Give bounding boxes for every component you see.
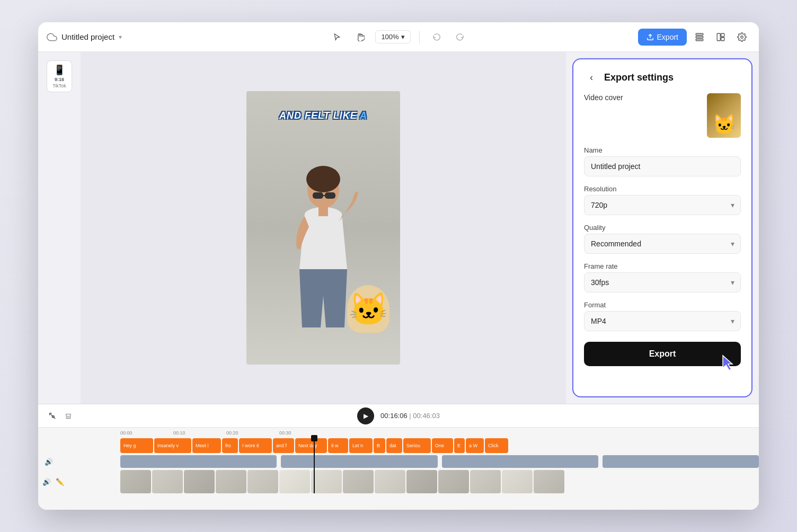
subtitle-track: Hey g insanely v Meet i fro I wore it an… xyxy=(120,438,759,453)
platform-label: TikTok xyxy=(52,83,66,88)
subtitle-chip-7[interactable]: it w xyxy=(328,438,348,453)
layers-button[interactable] xyxy=(691,29,708,46)
tracks-container: 🔊 🔊 ✏️ Hey g insanely v Meet i fro I wor… xyxy=(38,438,759,493)
toolbar-divider xyxy=(419,31,420,43)
video-frame-14 xyxy=(534,470,564,493)
video-frame-4 xyxy=(216,470,246,493)
resolution-field-label: Resolution xyxy=(584,185,741,193)
video-frame-3 xyxy=(184,470,215,493)
format-select[interactable]: MP4 MOV AVI WebM xyxy=(584,311,741,331)
svg-rect-1 xyxy=(696,36,703,38)
redo-button[interactable] xyxy=(451,29,468,46)
audio-icon: 🔊 xyxy=(45,458,53,466)
hand-tool-button[interactable] xyxy=(352,29,369,46)
video-frame-11 xyxy=(438,470,469,493)
quality-select[interactable]: Low Medium Recommended High xyxy=(584,234,741,254)
svg-rect-3 xyxy=(717,33,720,41)
subtitle-chip-2[interactable]: Meet i xyxy=(192,438,221,453)
settings-button[interactable] xyxy=(733,29,750,46)
ruler-mark-30: 00:30 xyxy=(279,430,332,436)
audio-block-1 xyxy=(120,455,277,468)
play-button[interactable]: ▶ xyxy=(357,407,374,424)
zoom-selector[interactable]: 100% ▾ xyxy=(375,30,410,43)
aspect-ratio-label: 9:16 xyxy=(55,77,64,82)
frame-rate-select-wrap: 24fps 25fps 30fps 60fps ▾ xyxy=(584,272,741,292)
video-cover-section: Video cover 🐱 xyxy=(584,93,741,138)
text-overlay: AND FELT LIKE A xyxy=(279,110,367,121)
frame-rate-select[interactable]: 24fps 25fps 30fps 60fps xyxy=(584,272,741,292)
panel-title: Export settings xyxy=(604,72,674,83)
video-frame-10 xyxy=(406,470,437,493)
timeline-ruler: 00:00 00:10 00:20 00:30 xyxy=(38,428,759,438)
subtitle-chip-10[interactable]: dat xyxy=(386,438,402,453)
subtitle-chip-5[interactable]: and f xyxy=(273,438,294,453)
quality-select-wrap: Low Medium Recommended High ▾ xyxy=(584,234,741,254)
current-time: 00:16:06 | 00:46:03 xyxy=(380,412,440,420)
subtitle-chip-9[interactable]: B xyxy=(374,438,385,453)
delete-button[interactable] xyxy=(63,410,74,422)
project-chevron-icon[interactable]: ▾ xyxy=(119,33,122,41)
svg-rect-9 xyxy=(318,206,328,216)
quality-field-group: Quality Low Medium Recommended High ▾ xyxy=(584,224,741,254)
canvas-thumbnail[interactable]: 📱 9:16 TikTok xyxy=(47,60,72,92)
video-frame-6 xyxy=(279,470,310,493)
highlight-text: A xyxy=(360,110,367,121)
subtitle-chip-12[interactable]: One xyxy=(432,438,453,453)
back-button[interactable]: ‹ xyxy=(584,70,599,85)
subtitle-chip-1[interactable]: insanely v xyxy=(154,438,191,453)
audio2-icon: 🔊 xyxy=(42,478,51,486)
svg-rect-4 xyxy=(721,33,724,37)
undo-button[interactable] xyxy=(428,29,445,46)
resolution-select[interactable]: 360p 480p 720p 1080p 4K xyxy=(584,195,741,215)
video-cover-label: Video cover xyxy=(584,93,623,102)
subtitle-chip-3[interactable]: fro xyxy=(222,438,238,453)
export-settings-panel: ‹ Export settings Video cover 🐱 Name Res… xyxy=(572,58,752,397)
phone-icon: 📱 xyxy=(54,64,65,76)
top-bar: Untitled project ▾ 100% ▾ xyxy=(38,22,759,52)
quality-field-label: Quality xyxy=(584,224,741,232)
current-time-value: 00:16:06 xyxy=(380,412,408,420)
subtitle-chip-15[interactable]: Click xyxy=(485,438,508,453)
resolution-field-group: Resolution 360p 480p 720p 1080p 4K ▾ xyxy=(584,185,741,215)
format-field-label: Format xyxy=(584,301,741,309)
subtitle-chip-4[interactable]: I wore it xyxy=(239,438,272,453)
subtitle-chip-11[interactable]: Seriou xyxy=(403,438,431,453)
audio-block-2 xyxy=(281,455,437,468)
video-frame-12 xyxy=(470,470,501,493)
export-button[interactable]: Export xyxy=(638,29,687,46)
subtitle-chip-0[interactable]: Hey g xyxy=(120,438,153,453)
svg-rect-11 xyxy=(325,192,335,199)
top-bar-center: 100% ▾ xyxy=(329,29,468,46)
top-bar-left: Untitled project ▾ xyxy=(47,32,329,42)
cursor-arrow-icon xyxy=(721,354,736,371)
main-content: 📱 9:16 TikTok AND FELT LIKE A xyxy=(38,52,759,404)
name-field-label: Name xyxy=(584,146,741,154)
frame-rate-field-group: Frame rate 24fps 25fps 30fps 60fps ▾ xyxy=(584,262,741,292)
bottom-timeline-area: ▶ 00:16:06 | 00:46:03 00:00 00:10 00:20 … xyxy=(38,404,759,510)
audio-track xyxy=(120,455,759,468)
format-field-group: Format MP4 MOV AVI WebM ▾ xyxy=(584,301,741,331)
video-edit-button[interactable]: ✏️ xyxy=(54,476,66,487)
panel-header: ‹ Export settings xyxy=(584,70,741,85)
layout-button[interactable] xyxy=(712,29,729,46)
video-canvas: AND FELT LIKE A xyxy=(246,91,400,365)
trim-tools xyxy=(47,410,74,422)
export-final-button[interactable]: Export xyxy=(584,342,741,366)
name-input[interactable] xyxy=(584,156,741,176)
playhead[interactable] xyxy=(314,438,315,493)
track-controls: 🔊 🔊 ✏️ xyxy=(38,438,120,493)
track-control-subtitle xyxy=(38,438,120,453)
pointer-tool-button[interactable] xyxy=(329,29,346,46)
subtitle-chip-8[interactable]: Let n xyxy=(349,438,373,453)
video-cover-thumbnail[interactable]: 🐱 xyxy=(707,93,741,138)
playhead-handle[interactable] xyxy=(311,435,317,441)
frame-rate-field-label: Frame rate xyxy=(584,262,741,270)
zoom-chevron-icon: ▾ xyxy=(401,33,405,41)
cat-figure: 🐱 xyxy=(347,285,389,333)
format-select-wrap: MP4 MOV AVI WebM ▾ xyxy=(584,311,741,331)
subtitle-chip-14[interactable]: a W xyxy=(466,438,484,453)
cloud-icon xyxy=(47,32,57,42)
track-control-video: 🔊 ✏️ xyxy=(38,470,120,493)
subtitle-chip-13[interactable]: E xyxy=(454,438,465,453)
trim-button[interactable] xyxy=(47,410,58,422)
